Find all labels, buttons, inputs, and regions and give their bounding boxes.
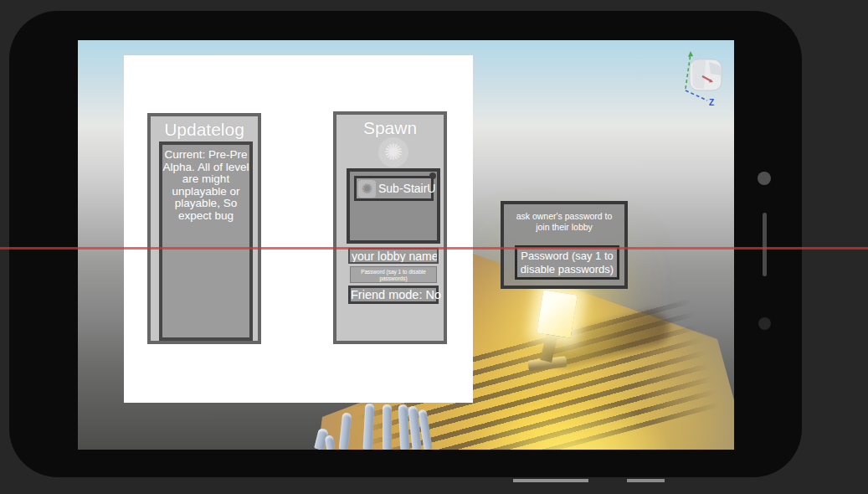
view-cube-gizmo[interactable]: Z xyxy=(672,49,732,109)
lobby-password-input[interactable]: Password (say 1 to disable passwords) xyxy=(350,266,437,283)
game-viewport[interactable]: Z Updatelog Current: Pre-Pre Alpha. All … xyxy=(78,40,734,450)
list-scroll-dot xyxy=(429,172,436,179)
lobby-name-input[interactable]: your lobby name xyxy=(348,248,439,264)
tablet-side-slot xyxy=(763,213,767,276)
gizmo-z-label: Z xyxy=(709,98,714,107)
lobby-item-name: Sub-StairU xyxy=(378,182,435,195)
spawn-title: Spawn xyxy=(336,118,444,138)
spawn-place-icon: ✺ xyxy=(378,137,408,167)
annotation-red-line xyxy=(0,247,868,250)
lobby-item-icon: ✺ xyxy=(358,180,376,198)
tablet-lower-dot xyxy=(758,317,771,330)
capture-background: Z Updatelog Current: Pre-Pre Alpha. All … xyxy=(0,0,868,494)
tablet-camera-dot xyxy=(758,172,771,185)
friend-mode-button[interactable]: Friend mode: No xyxy=(348,286,439,304)
spawn-panel: Spawn ✺ ✺ Sub-StairU your lobby name Pas… xyxy=(333,111,447,344)
lobby-list-item[interactable]: ✺ Sub-StairU xyxy=(354,176,434,201)
lobby-list[interactable]: ✺ Sub-StairU xyxy=(347,168,440,244)
updatelog-body-text: Current: Pre-Pre Alpha. All of level are… xyxy=(159,142,253,341)
join-password-input[interactable]: Password (say 1 to disable passwords) xyxy=(515,245,619,280)
join-instruction-text: ask owner's password to join their lobby xyxy=(509,211,619,232)
updatelog-title: Updatelog xyxy=(151,120,258,140)
join-lobby-panel: ask owner's password to join their lobby… xyxy=(501,201,628,289)
updatelog-panel: Updatelog Current: Pre-Pre Alpha. All of… xyxy=(147,113,261,344)
bottom-bar xyxy=(513,479,588,482)
lamp-light-head xyxy=(537,290,578,338)
scene-pole xyxy=(383,404,392,450)
bottom-bar xyxy=(627,479,665,482)
